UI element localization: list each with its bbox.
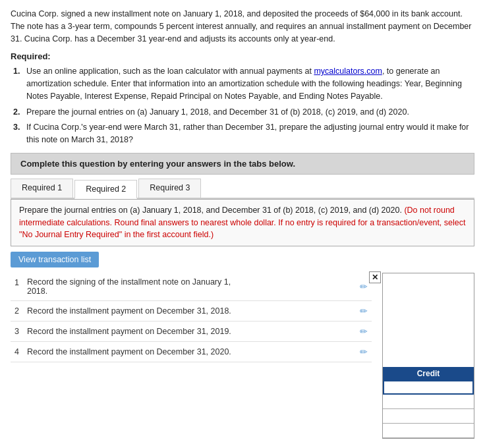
numbered-list: 1. Use an online application, such as th… bbox=[11, 65, 474, 146]
main-content-area: 1 Record the signing of the installment … bbox=[11, 273, 474, 439]
table-row: 3 Record the installment payment on Dece… bbox=[11, 322, 372, 342]
row-num-4: 4 bbox=[11, 342, 23, 362]
table-row: 1 Record the signing of the installment … bbox=[11, 273, 372, 301]
close-popup-btn[interactable]: ✕ bbox=[369, 271, 381, 283]
item-num-3: 3. bbox=[13, 121, 25, 134]
list-item-3: 3. If Cucina Corp.'s year-end were March… bbox=[13, 121, 474, 146]
edit-cell-3: ✏ bbox=[356, 322, 372, 342]
row-text-3: Record the installment payment on Decemb… bbox=[23, 322, 356, 342]
left-panel: 1 Record the signing of the installment … bbox=[11, 273, 376, 439]
table-row: 4 Record the installment payment on Dece… bbox=[11, 342, 372, 362]
item-text-3: If Cucina Corp.'s year-end were March 31… bbox=[26, 121, 474, 146]
edit-cell-2: ✏ bbox=[356, 301, 372, 322]
edit-icon-3[interactable]: ✏ bbox=[360, 326, 368, 337]
instruction-normal: Prepare the journal entries on (a) Janua… bbox=[19, 206, 404, 215]
edit-icon-4[interactable]: ✏ bbox=[360, 347, 368, 357]
credit-label: Credit bbox=[383, 367, 474, 380]
credit-input-row-4[interactable] bbox=[383, 424, 474, 438]
complete-banner: Complete this question by entering your … bbox=[11, 153, 474, 175]
right-panel-wrapper: ✕ Credit › bbox=[382, 273, 474, 439]
instruction-box: Prepare the journal entries on (a) Janua… bbox=[11, 199, 474, 246]
row-text-4: Record the installment payment on Decemb… bbox=[23, 342, 356, 362]
panel-top-space bbox=[383, 273, 474, 366]
view-transaction-btn[interactable]: View transaction list bbox=[11, 252, 99, 267]
row-num-2: 2 bbox=[11, 301, 23, 322]
right-panel: Credit bbox=[382, 273, 474, 439]
item-text-2: Prepare the journal entries on (a) Janua… bbox=[26, 106, 409, 119]
credit-input-rows bbox=[383, 380, 474, 438]
list-item-1: 1. Use an online application, such as th… bbox=[13, 65, 474, 102]
credit-input-row-3[interactable] bbox=[383, 409, 474, 424]
table-row: 2 Record the installment payment on Dece… bbox=[11, 301, 372, 322]
intro-text: Cucina Corp. signed a new installment no… bbox=[11, 8, 474, 45]
item-text-1: Use an online application, such as the l… bbox=[26, 65, 474, 102]
edit-icon-2[interactable]: ✏ bbox=[360, 306, 368, 316]
row-num-3: 3 bbox=[11, 322, 23, 342]
item-num-1: 1. bbox=[13, 65, 25, 78]
tab-required3[interactable]: Required 3 bbox=[138, 179, 201, 198]
row-num-1: 1 bbox=[11, 273, 23, 301]
tab-required2[interactable]: Required 2 bbox=[74, 180, 137, 199]
transaction-table: 1 Record the signing of the installment … bbox=[11, 273, 372, 362]
required-label: Required: bbox=[11, 51, 474, 61]
row-text-2: Record the installment payment on Decemb… bbox=[23, 301, 356, 322]
tab-required1[interactable]: Required 1 bbox=[11, 179, 73, 198]
edit-icon-1[interactable]: ✏ bbox=[360, 281, 368, 292]
mycalculator-link[interactable]: mycalculators.com bbox=[314, 67, 382, 76]
tabs-row: Required 1 Required 2 Required 3 bbox=[11, 175, 474, 199]
item-num-2: 2. bbox=[13, 106, 25, 119]
row-text-1: Record the signing of the installment no… bbox=[23, 273, 356, 301]
credit-input-row-1[interactable] bbox=[383, 380, 474, 395]
credit-input-row-2[interactable] bbox=[383, 395, 474, 409]
list-item-2: 2. Prepare the journal entries on (a) Ja… bbox=[13, 106, 474, 119]
edit-cell-4: ✏ bbox=[356, 342, 372, 362]
